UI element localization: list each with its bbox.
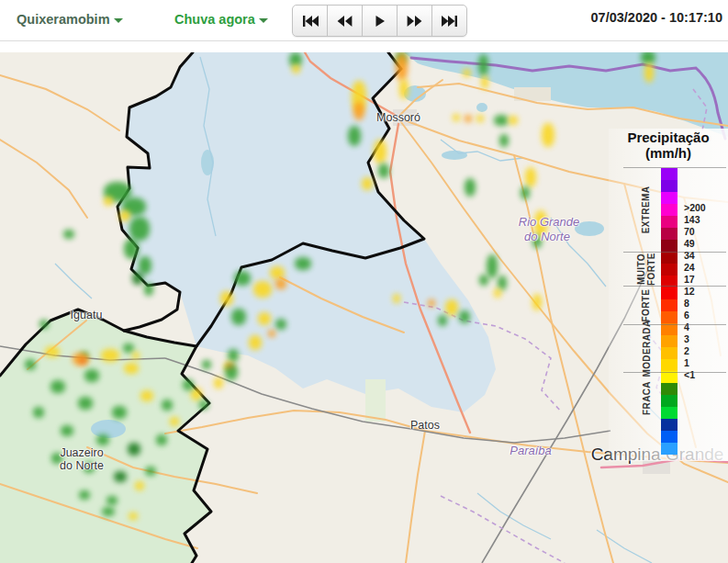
legend-color-segment xyxy=(661,192,678,204)
legend-color-segment xyxy=(661,431,678,443)
legend-value: 3 xyxy=(684,333,689,344)
legend-color-segment xyxy=(661,407,678,419)
mode-dropdown[interactable]: Chuva agora xyxy=(174,12,268,27)
legend-separator xyxy=(623,167,726,168)
legend-color-segment xyxy=(661,311,678,323)
state-label-paraiba: Paraíba xyxy=(510,444,552,457)
legend-color-segment xyxy=(661,252,678,264)
legend-category: MODERADA xyxy=(634,324,658,372)
legend-color-segment xyxy=(661,180,678,192)
legend-value: 12 xyxy=(684,286,695,297)
legend-separator xyxy=(623,372,726,373)
legend-color-segment xyxy=(661,347,678,359)
legend-title-line2: (mm/h) xyxy=(609,145,728,161)
legend-value: >200 xyxy=(684,202,706,213)
legend-color-segment xyxy=(661,204,678,216)
state-label-rio-grande-do-norte-line2: do Norte xyxy=(524,230,570,243)
legend-value: 49 xyxy=(684,238,695,249)
skip-start-button[interactable] xyxy=(292,5,328,37)
legend-value: 143 xyxy=(684,214,700,225)
legend-category: EXTREMA xyxy=(634,167,658,252)
reservoir xyxy=(91,420,126,438)
play-icon xyxy=(375,16,386,27)
toolbar: Quixeramobim Chuva agora xyxy=(0,0,728,51)
legend-value: 1 xyxy=(684,357,689,368)
legend-color-segment xyxy=(661,264,678,276)
legend-value: 2 xyxy=(684,345,689,356)
skip-end-button[interactable] xyxy=(431,5,467,37)
legend-color-segment xyxy=(661,335,678,347)
legend-color-segment xyxy=(661,240,678,252)
legend-color-segment xyxy=(661,228,678,240)
legend-value: 17 xyxy=(684,274,695,285)
city-label-mossoro: Mossoró xyxy=(376,111,420,124)
city-label-patos: Patos xyxy=(410,419,440,432)
legend-color-segment xyxy=(661,299,678,311)
skip-end-icon xyxy=(442,16,458,27)
legend-separator xyxy=(623,324,726,325)
current-datetime: 07/03/2020 - 10:17:10 xyxy=(591,10,723,25)
station-dropdown-label: Quixeramobim xyxy=(17,12,110,27)
legend-color-segment xyxy=(661,419,678,431)
legend-value: 8 xyxy=(684,298,689,309)
chevron-down-icon xyxy=(114,18,123,23)
legend-value: 24 xyxy=(684,262,695,273)
landuse-patch xyxy=(365,379,386,422)
legend-category: FORTE xyxy=(634,286,658,324)
legend-title-line1: Precipitação xyxy=(609,129,728,145)
legend-colorbar xyxy=(661,168,678,455)
legend-color-segment xyxy=(661,443,678,455)
station-dropdown[interactable]: Quixeramobim xyxy=(17,12,123,27)
mode-dropdown-label: Chuva agora xyxy=(174,12,255,27)
city-label-juazeiro-line1: Juazeiro xyxy=(60,446,103,459)
fast-forward-icon xyxy=(407,16,422,27)
legend-color-segment xyxy=(661,168,678,180)
playback-controls xyxy=(292,5,467,37)
legend-title: Precipitação (mm/h) xyxy=(609,129,728,162)
radar-app: Quixeramobim Chuva agora xyxy=(0,0,728,563)
reservoir xyxy=(476,103,487,112)
legend-value: 6 xyxy=(684,310,689,321)
skip-start-icon xyxy=(302,16,319,27)
legend-category: MUITO FORTE xyxy=(634,252,658,286)
legend-color-segment xyxy=(661,359,678,371)
rewind-button[interactable] xyxy=(327,5,363,37)
legend-separator xyxy=(623,252,726,253)
legend-color-segment xyxy=(661,383,678,395)
legend-color-segment xyxy=(661,216,678,228)
state-label-rio-grande-do-norte-line1: Rio Grande xyxy=(519,215,579,229)
fast-forward-button[interactable] xyxy=(397,5,432,37)
legend-color-segment xyxy=(661,287,678,299)
chevron-down-icon xyxy=(259,18,268,23)
legend-value: 70 xyxy=(684,226,695,237)
city-label-iguatu: Iguatu xyxy=(71,309,103,321)
legend-category: FRACA xyxy=(634,372,658,424)
play-button[interactable] xyxy=(362,5,398,37)
legend-separator xyxy=(623,286,726,287)
reservoir xyxy=(442,151,467,160)
city-label-juazeiro-line2: do Norte xyxy=(60,459,104,472)
legend-color-segment xyxy=(661,395,678,407)
precipitation-legend: Precipitação (mm/h) >2001437049342417128… xyxy=(609,129,728,461)
ocean xyxy=(404,52,728,137)
radar-map[interactable]: Mossoró Iguatu Patos Juazeiro do Norte R… xyxy=(0,52,728,563)
rewind-icon xyxy=(337,16,353,27)
